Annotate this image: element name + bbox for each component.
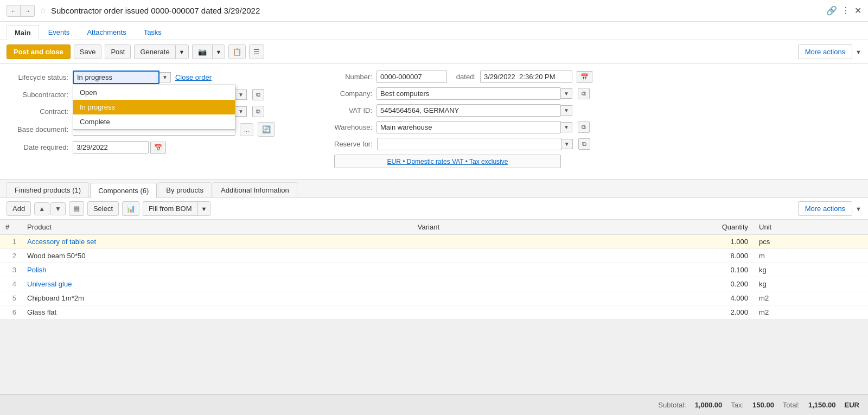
lifecycle-input[interactable]: In progress: [73, 71, 159, 84]
close-icon-button[interactable]: ✕: [854, 5, 861, 16]
number-input[interactable]: [376, 71, 447, 83]
btab-byproducts[interactable]: By products: [158, 182, 212, 197]
tab-tasks[interactable]: Tasks: [136, 24, 170, 40]
warehouse-row: Warehouse: ▼ ⧉: [334, 121, 859, 133]
generate-arrow[interactable]: ▼: [175, 44, 189, 59]
table-icon-button[interactable]: 📊: [122, 201, 139, 216]
reserve-for-arrow[interactable]: ▼: [561, 139, 573, 149]
subtotal-value: 1,000.00: [695, 401, 723, 409]
vat-link[interactable]: EUR • Domestic rates VAT • Tax exclusive: [387, 158, 508, 165]
btab-finished[interactable]: Finished products (1): [7, 182, 89, 197]
table-row[interactable]: 4Universal glue0.200kg: [0, 277, 868, 291]
lifecycle-label: Lifecycle status:: [9, 73, 68, 81]
reserve-for-copy[interactable]: ⧉: [578, 138, 590, 150]
table-row[interactable]: 2Wood beam 50*508.000m: [0, 249, 868, 263]
post-close-button[interactable]: Post and close: [7, 44, 71, 59]
warehouse-copy[interactable]: ⧉: [578, 122, 590, 133]
subcontractor-arrow[interactable]: ▼: [235, 90, 247, 100]
col-variant: Variant: [412, 220, 572, 235]
move-down-button[interactable]: ▼: [50, 202, 66, 215]
move-up-button[interactable]: ▲: [34, 202, 49, 215]
row-product-cell[interactable]: Accessory of table set: [22, 235, 412, 249]
add-button[interactable]: Add: [7, 201, 31, 216]
dated-input[interactable]: [480, 71, 572, 83]
tab-events[interactable]: Events: [40, 24, 78, 40]
reserve-for-field-wrap: ▼: [377, 138, 573, 150]
generate-split-button: Generate ▼: [134, 44, 188, 59]
dated-label: dated:: [451, 73, 476, 81]
warehouse-input[interactable]: [376, 121, 561, 133]
table-row[interactable]: 5Chipboard 1m*2m4.000m2: [0, 291, 868, 305]
link-icon-button[interactable]: 🔗: [826, 5, 837, 16]
generate-button[interactable]: Generate: [134, 44, 175, 59]
camera-arrow[interactable]: ▼: [212, 44, 226, 59]
row-quantity-cell: 8.000: [572, 249, 754, 263]
close-order-link[interactable]: Close order: [175, 73, 212, 81]
tab-main[interactable]: Main: [7, 25, 39, 40]
company-copy[interactable]: ⧉: [578, 88, 590, 99]
vat-id-field-wrap: ▼: [376, 104, 572, 117]
btab-components[interactable]: Components (6): [90, 183, 157, 198]
table-row[interactable]: 6Glass flat2.000m2: [0, 305, 868, 320]
table-more-actions-button[interactable]: More actions: [798, 201, 852, 216]
vat-id-arrow[interactable]: ▼: [561, 105, 572, 116]
copy-icon-button[interactable]: 📋: [228, 44, 246, 59]
col-quantity: Quantity: [572, 220, 754, 235]
table-body: 1Accessory of table set1.000pcs2Wood bea…: [0, 235, 868, 320]
table-row[interactable]: 1Accessory of table set1.000pcs: [0, 235, 868, 249]
row-product-cell[interactable]: Polish: [22, 263, 412, 277]
more-actions-button[interactable]: More actions: [798, 44, 852, 59]
tax-label: Tax:: [731, 401, 744, 409]
tab-attachments[interactable]: Attachments: [79, 24, 134, 40]
base-doc-more[interactable]: ...: [240, 123, 253, 136]
forward-button[interactable]: →: [21, 5, 35, 17]
vat-box: EUR • Domestic rates VAT • Tax exclusive: [334, 155, 561, 168]
row-unit-cell: m2: [754, 305, 868, 320]
camera-icon-button[interactable]: 📷: [192, 44, 212, 59]
row-product-cell[interactable]: Universal glue: [22, 277, 412, 291]
reserve-for-input[interactable]: [377, 138, 561, 150]
base-doc-action[interactable]: 🔄: [258, 122, 275, 137]
table-row[interactable]: 3Polish0.100kg: [0, 263, 868, 277]
total-value: 1,150.00: [808, 401, 836, 409]
company-arrow[interactable]: ▼: [561, 88, 572, 99]
row-variant-cell: [412, 291, 572, 305]
vat-id-input[interactable]: [376, 104, 561, 117]
subcontractor-copy[interactable]: ⧉: [252, 89, 264, 100]
list-icon-button[interactable]: ☰: [249, 44, 264, 59]
tax-value: 150.00: [752, 401, 774, 409]
fill-bom-arrow[interactable]: ▼: [197, 201, 211, 216]
back-button[interactable]: ←: [7, 5, 21, 17]
fill-from-bom-button[interactable]: Fill from BOM: [143, 201, 197, 216]
favorite-button[interactable]: ☆: [39, 5, 47, 16]
date-required-input[interactable]: [73, 141, 149, 154]
row-num-cell: 6: [0, 305, 22, 320]
row-product-cell: Chipboard 1m*2m: [22, 291, 412, 305]
contract-arrow[interactable]: ▼: [235, 106, 247, 117]
main-toolbar: Post and close Save Post Generate ▼ 📷 ▼ …: [0, 40, 868, 64]
row-num-cell: 1: [0, 235, 22, 249]
table-toolbar: Add ▲ ▼ ▤ Select 📊 Fill from BOM ▼ More …: [0, 198, 868, 220]
post-button[interactable]: Post: [105, 44, 131, 59]
contract-copy[interactable]: ⧉: [252, 106, 264, 117]
save-button[interactable]: Save: [74, 44, 102, 59]
row-product-cell: Wood beam 50*50: [22, 249, 412, 263]
dropdown-option-open[interactable]: Open: [73, 85, 235, 100]
vat-link-row: EUR • Domestic rates VAT • Tax exclusive: [334, 155, 859, 168]
btab-additional[interactable]: Additional Information: [213, 182, 297, 197]
company-input[interactable]: [376, 87, 561, 100]
warehouse-field-wrap: ▼: [376, 121, 572, 133]
calendar-button[interactable]: 📅: [150, 142, 166, 154]
dropdown-option-inprogress[interactable]: In progress: [73, 100, 235, 114]
dated-calendar[interactable]: 📅: [577, 71, 592, 83]
warehouse-arrow[interactable]: ▼: [561, 122, 572, 132]
barcode-button[interactable]: ▤: [69, 201, 84, 216]
vat-id-row: VAT ID: ▼: [334, 104, 859, 117]
row-variant-cell: [412, 305, 572, 320]
warehouse-label: Warehouse:: [334, 123, 372, 131]
table-more-actions-arrow: ▼: [856, 206, 861, 212]
select-button[interactable]: Select: [87, 201, 119, 216]
lifecycle-dropdown-arrow[interactable]: ▼: [159, 72, 171, 82]
menu-icon-button[interactable]: ⋮: [841, 5, 850, 16]
dropdown-option-complete[interactable]: Complete: [73, 114, 235, 129]
